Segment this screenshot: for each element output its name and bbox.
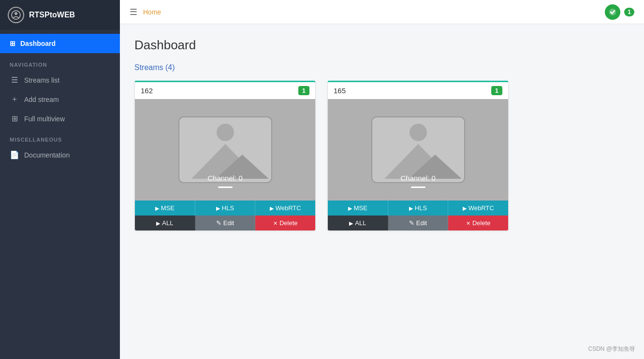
topbar-right: 1 <box>605 4 634 20</box>
stream-card-162: 162 1 Channel: 0 <box>134 81 316 231</box>
channel-label-162: Channel: 0 <box>207 174 243 182</box>
hls-button-162[interactable]: HLS <box>195 201 256 215</box>
mse-button-162[interactable]: MSE <box>135 201 195 215</box>
card-thumbnail-162: Channel: 0 <box>135 99 315 201</box>
full-multiview-label: Full multiview <box>24 115 65 123</box>
play-icon <box>463 204 467 212</box>
list-icon: ☰ <box>10 75 19 85</box>
play-icon <box>216 204 220 212</box>
stream-card-165: 165 1 Channel: 0 <box>327 81 509 231</box>
sidebar: RTSPtoWEB ⊞ Dashboard NAVIGATION ☰ Strea… <box>0 0 120 359</box>
delete-button-165[interactable]: Delete <box>448 215 508 230</box>
add-stream-label: Add stream <box>24 96 59 103</box>
all-button-162[interactable]: ALL <box>135 215 195 230</box>
svg-point-10 <box>410 124 427 141</box>
topbar: ☰ Home 1 <box>120 0 644 24</box>
sidebar-item-streams-list[interactable]: ☰ Streams list <box>0 71 120 89</box>
sidebar-item-dashboard[interactable]: ⊞ Dashboard <box>0 34 120 53</box>
play-icon <box>270 204 274 212</box>
streams-list-label: Streams list <box>24 76 59 84</box>
documentation-label: Documentation <box>24 151 70 159</box>
play-icon <box>156 219 160 227</box>
delete-button-162[interactable]: Delete <box>255 215 315 230</box>
card-badge-165: 1 <box>491 86 502 95</box>
streams-heading: Streams (4) <box>134 63 629 72</box>
edit-icon <box>216 219 221 227</box>
mse-button-165[interactable]: MSE <box>328 201 388 215</box>
logo-icon <box>8 7 24 23</box>
app-name: RTSPtoWEB <box>29 11 75 19</box>
channel-label-165: Channel: 0 <box>400 174 436 182</box>
x-icon <box>466 219 470 227</box>
card-header-165: 165 1 <box>328 82 508 99</box>
webrtc-button-165[interactable]: WebRTC <box>448 201 508 215</box>
dashboard-icon: ⊞ <box>10 40 15 47</box>
card-thumbnail-165: Channel: 0 <box>328 99 508 201</box>
multiview-icon: ⊞ <box>10 114 19 123</box>
webrtc-button-162[interactable]: WebRTC <box>255 201 315 215</box>
edit-button-162[interactable]: Edit <box>195 215 256 230</box>
play-icon <box>409 204 413 212</box>
channel-bar-162 <box>218 187 233 188</box>
play-icon <box>155 204 159 212</box>
sidebar-item-documentation[interactable]: 📄 Documentation <box>0 145 120 164</box>
main-area: ☰ Home 1 Dashboard Streams (4) 162 1 <box>120 0 644 359</box>
edit-icon <box>409 219 414 227</box>
play-icon <box>348 204 352 212</box>
page-title: Dashboard <box>134 38 629 53</box>
misc-section-label: MISCELLANEOUS <box>0 128 120 145</box>
add-icon: ＋ <box>10 94 19 104</box>
cards-row: 162 1 Channel: 0 <box>134 81 629 231</box>
all-button-165[interactable]: ALL <box>328 215 388 230</box>
card-title-165: 165 <box>334 86 346 95</box>
x-icon <box>273 219 278 227</box>
status-icon <box>605 4 620 20</box>
nav-section-label: NAVIGATION <box>0 53 120 71</box>
svg-point-1 <box>15 12 17 15</box>
channel-bar-165 <box>411 187 425 188</box>
card-row2-162: ALL Edit Delete <box>135 215 315 230</box>
card-badge-162: 1 <box>298 86 309 95</box>
watermark: CSDN @李知鱼呀 <box>588 345 635 353</box>
sidebar-item-full-multiview[interactable]: ⊞ Full multiview <box>0 109 120 128</box>
hamburger-icon[interactable]: ☰ <box>130 7 137 17</box>
doc-icon: 📄 <box>10 150 19 159</box>
svg-point-5 <box>217 124 234 141</box>
app-logo: RTSPtoWEB <box>0 0 120 30</box>
card-row1-162: MSE HLS WebRTC <box>135 201 315 215</box>
play-icon <box>349 219 353 227</box>
notification-badge: 1 <box>624 8 634 16</box>
breadcrumb: Home <box>143 8 161 16</box>
card-title-162: 162 <box>141 86 153 95</box>
edit-button-165[interactable]: Edit <box>388 215 449 230</box>
card-row1-165: MSE HLS WebRTC <box>328 201 508 215</box>
content-area: Dashboard Streams (4) 162 1 <box>120 24 644 359</box>
hls-button-165[interactable]: HLS <box>388 201 449 215</box>
card-row2-165: ALL Edit Delete <box>328 215 508 230</box>
card-header-162: 162 1 <box>135 82 315 99</box>
sidebar-item-add-stream[interactable]: ＋ Add stream <box>0 89 120 109</box>
